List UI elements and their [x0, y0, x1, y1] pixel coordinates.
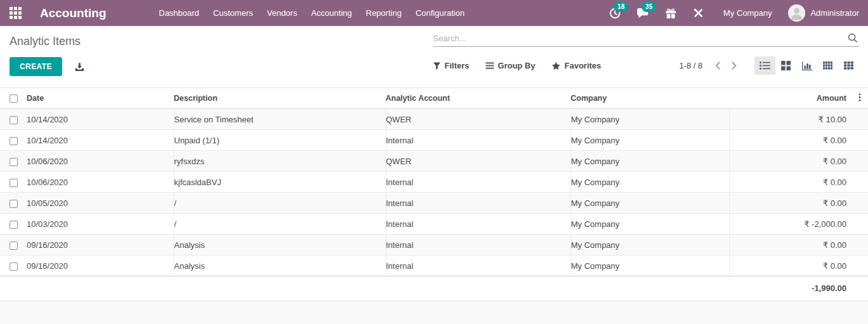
table-row[interactable]: 10/14/2020 Unpaid (1/1) Internal My Comp…: [0, 130, 868, 151]
row-checkbox[interactable]: [10, 221, 18, 229]
cell-company: My Company: [571, 172, 729, 193]
column-options-cell: [852, 88, 868, 109]
cell-date: 10/14/2020: [27, 109, 174, 130]
row-checkbox-cell: [0, 172, 27, 193]
graph-view-icon: [802, 62, 812, 70]
kebab-menu-icon: [858, 93, 861, 101]
pager-previous-button[interactable]: [710, 59, 726, 72]
menu-reporting[interactable]: Reporting: [359, 0, 408, 26]
cell-company: My Company: [571, 235, 729, 256]
table-row[interactable]: 10/03/2020 / Internal My Company ₹ -2,00…: [0, 214, 868, 235]
table-row[interactable]: 10/14/2020 Service on Timesheet QWER My …: [0, 109, 868, 130]
row-checkbox[interactable]: [10, 262, 18, 271]
cell-description: kjfcasldaBVJ: [174, 172, 385, 193]
cell-company: My Company: [571, 256, 729, 276]
navbar-systray: 18 35: [608, 4, 868, 22]
cell-date: 09/16/2020: [27, 256, 174, 276]
control-panel: Analytic Items CREATE: [0, 26, 868, 82]
column-header-date[interactable]: Date: [27, 88, 174, 109]
row-checkbox[interactable]: [10, 179, 18, 187]
cell-company: My Company: [571, 151, 729, 172]
kanban-view-button[interactable]: [775, 56, 796, 75]
menu-customers[interactable]: Customers: [206, 0, 260, 26]
favorites-button[interactable]: Favorites: [552, 61, 601, 70]
optional-columns-button[interactable]: [855, 92, 865, 105]
main-menu: Dashboard Customers Vendors Accounting R…: [152, 0, 472, 26]
row-checkbox-cell: [0, 256, 27, 276]
cell-description: Unpaid (1/1): [174, 130, 385, 151]
apps-menu-icon[interactable]: [10, 7, 22, 20]
app-name[interactable]: Accounting: [40, 6, 107, 20]
search-bar: [433, 33, 859, 47]
page-background: [0, 301, 868, 324]
cell-analytic-account: Internal: [385, 130, 571, 151]
filter-funnel-icon: [433, 62, 441, 70]
select-all-checkbox[interactable]: [10, 94, 18, 103]
cell-kebab-spacer: [852, 172, 868, 193]
grid-view-button[interactable]: [838, 56, 859, 75]
list-view-button[interactable]: [755, 56, 775, 75]
table-row[interactable]: 10/06/2020 kjfcasldaBVJ Internal My Comp…: [0, 172, 868, 193]
cell-description: ryfsxdzs: [174, 151, 385, 172]
column-header-analytic-account[interactable]: Analytic Account: [385, 88, 571, 109]
filters-button[interactable]: Filters: [433, 61, 469, 70]
table-row[interactable]: 10/05/2020 / Internal My Company ₹ 0.00: [0, 193, 868, 214]
search-input[interactable]: [433, 34, 846, 43]
create-button[interactable]: CREATE: [10, 57, 62, 76]
analytic-rows: 10/14/2020 Service on Timesheet QWER My …: [0, 109, 868, 276]
user-name: Administrator: [810, 8, 859, 18]
cell-kebab-spacer: [852, 235, 868, 256]
page-title: Analytic Items: [10, 35, 433, 48]
cell-kebab-spacer: [852, 130, 868, 151]
menu-vendors[interactable]: Vendors: [260, 0, 304, 26]
search-submit-button[interactable]: [846, 33, 859, 43]
activities-button[interactable]: 18: [608, 6, 622, 20]
cell-analytic-account: Internal: [385, 193, 571, 214]
pivot-view-icon: [823, 62, 832, 70]
cell-company: My Company: [571, 130, 729, 151]
row-checkbox[interactable]: [10, 158, 18, 166]
cell-date: 10/03/2020: [27, 214, 174, 235]
cell-kebab-spacer: [852, 109, 868, 130]
column-header-description[interactable]: Description: [174, 88, 385, 109]
pager-range: 1-8 / 8: [679, 61, 703, 70]
tools-icon: [693, 8, 704, 18]
column-header-company[interactable]: Company: [571, 88, 729, 109]
cell-description: /: [174, 214, 385, 235]
row-checkbox[interactable]: [10, 242, 18, 250]
cell-description: Analysis: [174, 256, 385, 276]
table-header-row: Date Description Analytic Account Compan…: [0, 88, 868, 109]
pivot-view-button[interactable]: [817, 56, 838, 75]
user-menu[interactable]: Administrator: [788, 4, 859, 22]
row-checkbox-cell: [0, 151, 27, 172]
row-checkbox[interactable]: [10, 137, 18, 145]
cell-date: 10/06/2020: [27, 151, 174, 172]
messages-button[interactable]: 35: [636, 6, 650, 20]
user-avatar: [788, 4, 805, 22]
rewards-button[interactable]: [664, 6, 678, 20]
grid-view-icon: [844, 62, 853, 70]
graph-view-button[interactable]: [796, 56, 817, 75]
menu-accounting[interactable]: Accounting: [304, 0, 359, 26]
cell-date: 10/06/2020: [27, 172, 174, 193]
column-header-amount[interactable]: Amount: [729, 88, 852, 109]
row-checkbox[interactable]: [10, 116, 18, 124]
pager-next-button[interactable]: [726, 59, 742, 72]
activities-badge: 18: [614, 2, 628, 12]
table-row[interactable]: 09/16/2020 Analysis Internal My Company …: [0, 256, 868, 276]
group-by-button[interactable]: Group By: [486, 61, 535, 70]
export-button[interactable]: [75, 62, 84, 72]
cell-analytic-account: QWER: [385, 109, 571, 130]
tools-button[interactable]: [692, 6, 706, 20]
cell-amount: ₹ 10.00: [729, 109, 852, 130]
gift-icon: [665, 8, 677, 19]
table-row[interactable]: 09/16/2020 Analysis Internal My Company …: [0, 235, 868, 256]
company-switcher[interactable]: My Company: [723, 8, 772, 18]
cell-amount: ₹ 0.00: [729, 235, 852, 256]
row-checkbox[interactable]: [10, 200, 18, 208]
filters-label: Filters: [444, 61, 469, 70]
favorites-label: Favorites: [564, 61, 601, 70]
menu-configuration[interactable]: Configuration: [408, 0, 471, 26]
table-row[interactable]: 10/06/2020 ryfsxdzs QWER My Company ₹ 0.…: [0, 151, 868, 172]
menu-dashboard[interactable]: Dashboard: [152, 0, 207, 26]
